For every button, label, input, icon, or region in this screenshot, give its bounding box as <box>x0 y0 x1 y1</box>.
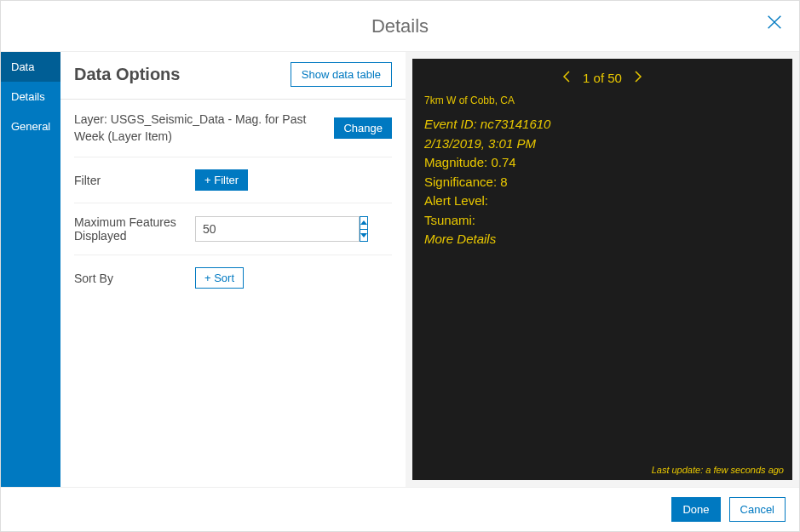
pager-text: 1 of 50 <box>583 71 622 85</box>
preview-line: Alert Level: <box>424 192 784 211</box>
spinner-buttons <box>360 216 368 242</box>
preview-line: Significance: 8 <box>424 173 784 192</box>
filter-label: Filter <box>74 174 185 187</box>
preview-pager: 1 of 50 <box>421 66 784 89</box>
layer-text: Layer: USGS_Seismic_Data - Mag. for Past… <box>74 112 324 145</box>
row-max-features: Maximum Features Displayed <box>74 203 392 255</box>
preview-line: Tsunami: <box>424 211 784 231</box>
sidebar-tab-details[interactable]: Details <box>1 82 60 112</box>
preview-footer: Last update: a few seconds ago <box>652 465 784 475</box>
close-icon[interactable] <box>765 13 784 34</box>
modal-title: Details <box>371 15 429 37</box>
add-filter-button[interactable]: + Filter <box>195 169 248 191</box>
add-sort-button[interactable]: + Sort <box>195 267 244 289</box>
panel-title: Data Options <box>74 65 180 84</box>
show-data-table-button[interactable]: Show data table <box>291 62 392 87</box>
modal-header: Details <box>1 1 799 52</box>
spinner-down-icon[interactable] <box>360 230 367 242</box>
preview-panel: 1 of 50 7km W of Cobb, CA Event ID: nc73… <box>412 59 792 480</box>
sidebar-tab-data[interactable]: Data <box>1 52 60 82</box>
pager-prev-icon[interactable] <box>562 71 571 85</box>
sidebar: Data Details General <box>1 52 60 487</box>
preview-line: Event ID: nc73141610 <box>424 115 784 134</box>
row-layer: Layer: USGS_Seismic_Data - Mag. for Past… <box>74 100 392 157</box>
panel-header: Data Options Show data table <box>60 52 406 100</box>
sidebar-tab-general[interactable]: General <box>1 112 60 141</box>
modal-footer: Done Cancel <box>1 487 799 531</box>
cancel-button[interactable]: Cancel <box>729 497 786 522</box>
row-filter: Filter + Filter <box>74 157 392 203</box>
preview-line: 2/13/2019, 3:01 PM <box>424 134 784 154</box>
done-button[interactable]: Done <box>671 497 720 522</box>
config-panel: Data Options Show data table Layer: USGS… <box>60 52 406 487</box>
change-layer-button[interactable]: Change <box>334 117 392 139</box>
preview-lines: Event ID: nc731416102/13/2019, 3:01 PMMa… <box>421 115 784 249</box>
max-features-spinner <box>195 216 348 242</box>
spinner-up-icon[interactable] <box>360 217 367 230</box>
max-features-label: Maximum Features Displayed <box>74 215 185 243</box>
preview-wrap: 1 of 50 7km W of Cobb, CA Event ID: nc73… <box>406 52 799 487</box>
preview-line: Magnitude: 0.74 <box>424 153 784 173</box>
row-sort: Sort By + Sort <box>74 255 392 300</box>
sort-label: Sort By <box>74 272 185 285</box>
sidebar-tab-label: General <box>11 120 50 133</box>
pager-next-icon[interactable] <box>634 71 642 85</box>
preview-feature-title: 7km W of Cobb, CA <box>424 94 784 106</box>
preview-line: More Details <box>424 230 784 249</box>
sidebar-tab-label: Data <box>11 60 34 73</box>
modal-body: Data Details General Data Options Show d… <box>1 52 799 487</box>
sidebar-tab-label: Details <box>11 90 45 103</box>
max-features-input[interactable] <box>195 216 360 242</box>
details-modal: Details Data Details General Data Option… <box>0 0 800 532</box>
config-rows: Layer: USGS_Seismic_Data - Mag. for Past… <box>60 100 406 300</box>
